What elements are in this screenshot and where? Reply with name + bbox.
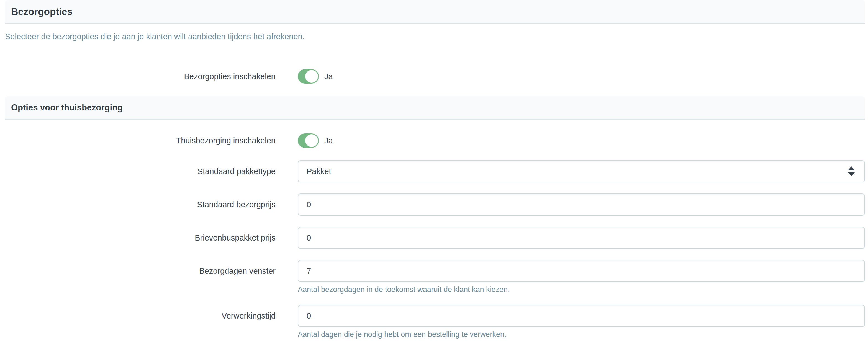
verwerkingstijd-help: Aantal dagen die je nodig hebt om een be… (298, 330, 865, 339)
toggle-knob (305, 70, 318, 83)
standaard-pakkettype-label: Standaard pakkettype (5, 160, 276, 182)
row-thuisbezorging-inschakelen: Thuisbezorging inschakelen Ja (5, 133, 865, 148)
verwerkingstijd-control: Aantal dagen die je nodig hebt om een be… (298, 305, 865, 339)
intro-text: Selecteer de bezorgopties die je aan je … (5, 32, 865, 41)
brievenbuspakket-prijs-control (298, 227, 865, 249)
page-header: Bezorgopties (5, 0, 865, 24)
section-title: Opties voor thuisbezorging (11, 103, 123, 113)
delivery-options-page: Bezorgopties Selecteer de bezorgopties d… (0, 0, 868, 339)
bezorgopties-inschakelen-control: Ja (298, 69, 865, 83)
verwerkingstijd-input[interactable] (298, 305, 865, 327)
row-bezorgdagen-venster: Bezorgdagen venster Aantal bezorgdagen i… (5, 260, 865, 294)
bezorgopties-inschakelen-label: Bezorgopties inschakelen (5, 69, 276, 83)
standaard-pakkettype-control: Pakket (298, 160, 865, 182)
standaard-bezorgprijs-input[interactable] (298, 194, 865, 216)
thuisbezorging-inschakelen-control: Ja (298, 133, 865, 148)
thuisbezorging-inschakelen-label: Thuisbezorging inschakelen (5, 133, 276, 148)
bezorgopties-inschakelen-toggle[interactable] (298, 69, 319, 83)
brievenbuspakket-prijs-label: Brievenbuspakket prijs (5, 227, 276, 249)
section-header-thuisbezorging: Opties voor thuisbezorging (5, 96, 865, 120)
standaard-pakkettype-select-wrap: Pakket (298, 160, 865, 182)
row-brievenbuspakket-prijs: Brievenbuspakket prijs (5, 227, 865, 249)
bezorgdagen-venster-label: Bezorgdagen venster (5, 260, 276, 282)
bezorgdagen-venster-control: Aantal bezorgdagen in de toekomst waarui… (298, 260, 865, 294)
row-standaard-bezorgprijs: Standaard bezorgprijs (5, 194, 865, 216)
toggle-knob (305, 134, 318, 147)
row-verwerkingstijd: Verwerkingstijd Aantal dagen die je nodi… (5, 305, 865, 339)
row-bezorgopties-inschakelen: Bezorgopties inschakelen Ja (5, 69, 865, 83)
bezorgdagen-venster-input[interactable] (298, 260, 865, 282)
verwerkingstijd-label: Verwerkingstijd (5, 305, 276, 327)
row-standaard-pakkettype: Standaard pakkettype Pakket (5, 160, 865, 182)
standaard-bezorgprijs-control (298, 194, 865, 216)
page-title: Bezorgopties (11, 6, 72, 17)
brievenbuspakket-prijs-input[interactable] (298, 227, 865, 249)
thuisbezorging-inschakelen-toggle[interactable] (298, 133, 319, 148)
bezorgdagen-venster-help: Aantal bezorgdagen in de toekomst waarui… (298, 285, 865, 294)
standaard-bezorgprijs-label: Standaard bezorgprijs (5, 194, 276, 216)
standaard-pakkettype-select[interactable]: Pakket (298, 160, 865, 182)
thuisbezorging-inschakelen-state: Ja (324, 133, 333, 148)
bezorgopties-inschakelen-state: Ja (324, 69, 333, 83)
